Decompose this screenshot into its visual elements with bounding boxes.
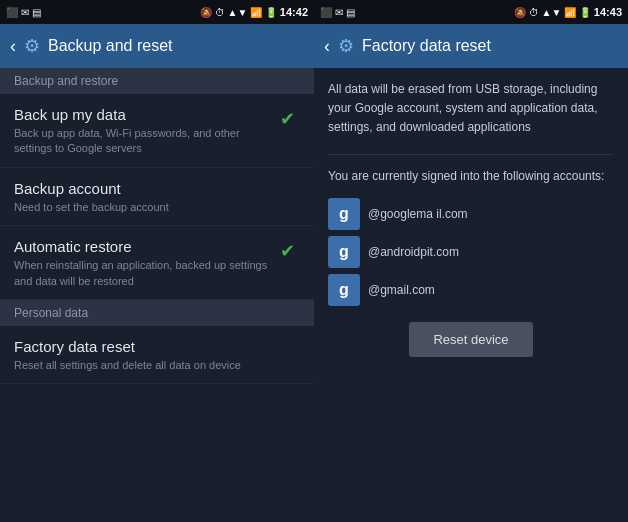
content-right: All data will be erased from USB storage…	[314, 68, 628, 522]
status-bar-right: ⬛ ✉ ▤ 🔕 ⏱ ▲▼ 📶 🔋 14:43	[314, 0, 628, 24]
gear-icon-left: ⚙	[24, 35, 40, 57]
checkmark-backup-data: ✔	[280, 109, 295, 129]
status-right-right: 🔕 ⏱ ▲▼ 📶 🔋 14:43	[514, 6, 622, 18]
signed-in-text: You are currently signed into the follow…	[328, 167, 614, 186]
status-bar-left: ⬛ ✉ ▤ 🔕 ⏱ ▲▼ 📶 🔋 14:42	[0, 0, 314, 24]
notification-icons-right: ⬛ ✉ ▤	[320, 7, 355, 18]
account-row-0: g @googlema il.com	[328, 198, 614, 230]
right-content-area: All data will be erased from USB storage…	[314, 68, 628, 369]
gear-icon-right: ⚙	[338, 35, 354, 57]
signal-icons-left: 🔕 ⏱ ▲▼ 📶 🔋	[200, 7, 277, 18]
factory-reset-desc: Reset all settings and delete all data o…	[14, 358, 300, 373]
account-row-2: g @gmail.com	[328, 274, 614, 306]
google-icon-1: g	[328, 236, 360, 268]
account-name-1: @androidpit.com	[368, 243, 459, 261]
auto-restore-title: Automatic restore	[14, 238, 280, 255]
reset-button-container: Reset device	[328, 322, 614, 357]
google-g-2: g	[339, 278, 349, 302]
status-left-icons-right: ⬛ ✉ ▤	[320, 7, 355, 18]
header-left: ‹ ⚙ Backup and reset	[0, 24, 314, 68]
backup-data-text: Back up my data Back up app data, Wi-Fi …	[14, 106, 280, 157]
factory-reset-text: Factory data reset Reset all settings an…	[14, 338, 300, 373]
backup-account-text: Backup account Need to set the backup ac…	[14, 180, 300, 215]
signal-icons-right: 🔕 ⏱ ▲▼ 📶 🔋	[514, 7, 591, 18]
backup-data-title: Back up my data	[14, 106, 280, 123]
notification-icons-left: ⬛ ✉ ▤	[6, 7, 41, 18]
content-left: Backup and restore Back up my data Back …	[0, 68, 314, 522]
section-backup-restore: Backup and restore	[0, 68, 314, 94]
menu-item-backup-account[interactable]: Backup account Need to set the backup ac…	[0, 168, 314, 226]
back-icon-right[interactable]: ‹	[324, 36, 330, 57]
google-g-0: g	[339, 202, 349, 226]
time-right: 14:43	[594, 6, 622, 18]
menu-item-auto-restore[interactable]: Automatic restore When reinstalling an a…	[0, 226, 314, 300]
checkmark-auto-restore: ✔	[280, 241, 295, 261]
account-row-1: g @androidpit.com	[328, 236, 614, 268]
reset-device-button[interactable]: Reset device	[409, 322, 532, 357]
divider	[328, 154, 614, 155]
backup-account-desc: Need to set the backup account	[14, 200, 300, 215]
header-title-right: Factory data reset	[362, 37, 491, 55]
time-left: 14:42	[280, 6, 308, 18]
backup-data-checkbox[interactable]: ✔	[280, 108, 300, 128]
backup-data-desc: Back up app data, Wi-Fi passwords, and o…	[14, 126, 280, 157]
header-right: ‹ ⚙ Factory data reset	[314, 24, 628, 68]
google-icon-2: g	[328, 274, 360, 306]
google-icon-0: g	[328, 198, 360, 230]
auto-restore-checkbox[interactable]: ✔	[280, 240, 300, 260]
status-right-left: 🔕 ⏱ ▲▼ 📶 🔋 14:42	[200, 6, 308, 18]
menu-item-factory-reset[interactable]: Factory data reset Reset all settings an…	[0, 326, 314, 384]
section-personal-data: Personal data	[0, 300, 314, 326]
account-name-0: @googlema il.com	[368, 205, 468, 223]
right-screen: ⬛ ✉ ▤ 🔕 ⏱ ▲▼ 📶 🔋 14:43 ‹ ⚙ Factory data …	[314, 0, 628, 522]
auto-restore-desc: When reinstalling an application, backed…	[14, 258, 280, 289]
backup-account-title: Backup account	[14, 180, 300, 197]
google-g-1: g	[339, 240, 349, 264]
menu-item-backup-data[interactable]: Back up my data Back up app data, Wi-Fi …	[0, 94, 314, 168]
factory-reset-title: Factory data reset	[14, 338, 300, 355]
back-icon-left[interactable]: ‹	[10, 36, 16, 57]
status-left-icons: ⬛ ✉ ▤	[6, 7, 41, 18]
warning-text: All data will be erased from USB storage…	[328, 80, 614, 138]
auto-restore-text: Automatic restore When reinstalling an a…	[14, 238, 280, 289]
left-screen: ⬛ ✉ ▤ 🔕 ⏱ ▲▼ 📶 🔋 14:42 ‹ ⚙ Backup and re…	[0, 0, 314, 522]
account-name-2: @gmail.com	[368, 281, 435, 299]
header-title-left: Backup and reset	[48, 37, 173, 55]
